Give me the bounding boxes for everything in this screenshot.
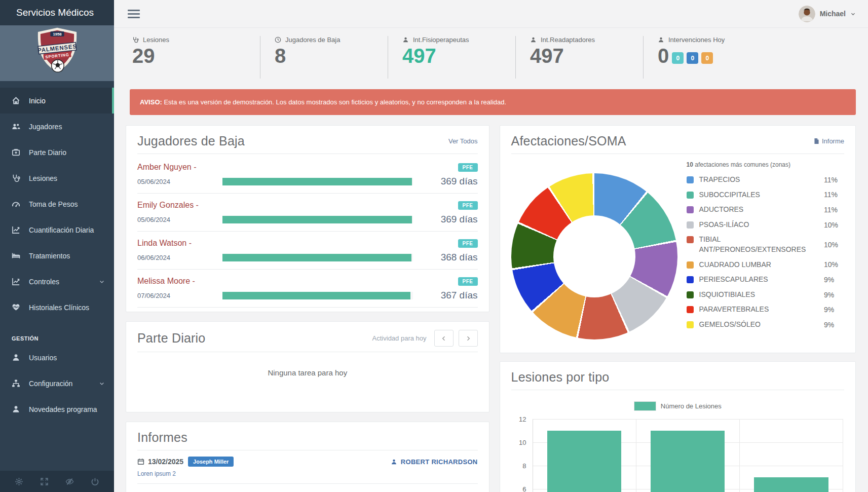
player-name-link[interactable]: Linda Watson -	[137, 239, 192, 248]
sidebar-item-inicio[interactable]: Inicio	[0, 88, 114, 113]
user-name: Michael	[820, 10, 846, 18]
heartbeat-icon	[12, 303, 20, 312]
sidebar-item-label: Parte Diario	[29, 148, 66, 157]
y-tick-label: 12	[519, 415, 526, 423]
settings-icon[interactable]	[15, 477, 23, 486]
count-badge: 0	[687, 52, 698, 64]
count-badge: 0	[672, 52, 684, 64]
ver-todos-link[interactable]: Ver Todos	[448, 137, 478, 145]
sitemap-icon	[12, 379, 20, 388]
legend-row: CUADRADO LUMBAR10%	[687, 257, 844, 273]
legend-label: ADUCTORES	[699, 205, 818, 215]
player-row: Amber Nguyen -PFE05/06/2024369 días	[137, 156, 478, 194]
sidebar-item-label: Jugadores	[29, 123, 62, 131]
main-area: Michael Lesiones29Jugadores de Baja8Int.…	[114, 0, 868, 492]
bar	[547, 431, 621, 492]
legend-label: PARAVERTEBRALES	[699, 305, 818, 315]
sidebar-item-controles[interactable]: Controles	[0, 269, 114, 294]
chevron-right-icon	[465, 335, 471, 342]
user-icon	[12, 405, 20, 413]
legend-swatch	[687, 236, 694, 243]
svg-text:1958: 1958	[53, 32, 62, 36]
legend-row: ISQUIOTIBIALES9%	[687, 287, 844, 302]
legend-swatch	[687, 221, 694, 229]
panel-informes: Informes 13/02/2025 Joseph Miller	[126, 422, 489, 492]
next-day-button[interactable]	[459, 330, 478, 347]
legend-percent: 9%	[824, 321, 844, 329]
stat-value: 497	[402, 44, 436, 68]
stat-label: Int.Readaptadores	[541, 36, 595, 44]
users-icon	[12, 122, 20, 131]
club-crest-image: 1958 PALMENSES SPORTING	[27, 26, 87, 81]
chart-line-icon	[12, 225, 20, 234]
menu-toggle-icon[interactable]	[128, 8, 140, 20]
power-icon[interactable]	[91, 477, 99, 486]
injury-date: 06/06/2024	[137, 254, 222, 261]
progress-bar	[222, 292, 413, 299]
sidebar-item-novedades-programa[interactable]: Novedades programa	[0, 396, 114, 422]
panel-jugadores-de-baja: Jugadores de Baja Ver Todos Amber Nguyen…	[126, 125, 489, 312]
sidebar-item-tratamientos[interactable]: Tratamientos	[0, 243, 114, 269]
legend-swatch	[687, 276, 694, 283]
legend-swatch	[634, 401, 656, 411]
y-tick-label: 6	[522, 485, 526, 492]
bar-chart: Número de Lesiones 121086420	[500, 390, 855, 492]
sidebar-item-configuracion[interactable]: Configuración	[0, 370, 114, 396]
stat-value: 497	[530, 44, 564, 68]
report-signer: ROBERT RICHARDSON	[391, 458, 478, 466]
panel-title: Jugadores de Baja	[137, 134, 245, 148]
user-icon	[12, 353, 20, 362]
legend-label: TRAPECIOS	[699, 175, 818, 185]
stat-jugadores-de-baja: Jugadores de Baja8	[260, 36, 388, 79]
legend-percent: 10%	[824, 241, 844, 249]
legend-percent: 9%	[824, 306, 844, 314]
bar	[651, 431, 725, 492]
prev-day-button[interactable]	[434, 330, 454, 347]
player-name-link[interactable]: Amber Nguyen -	[137, 163, 197, 172]
donut-legend: 10 afectaciones más comunes (zonas) TRAP…	[687, 160, 844, 339]
sidebar-item-jugadores[interactable]: Jugadores	[0, 113, 114, 139]
fullscreen-icon[interactable]	[40, 477, 49, 486]
legend-label: PERIESCAPULARES	[699, 275, 818, 285]
sidebar-item-parte-diario[interactable]: Parte Diario	[0, 139, 114, 165]
sidebar-item-usuarios[interactable]: Usuarios	[0, 345, 114, 370]
legend-percent: 10%	[824, 221, 844, 229]
days-count: 368 días	[413, 252, 478, 263]
sidebar-item-label: Tratamientos	[29, 252, 70, 260]
divider	[137, 483, 478, 484]
sidebar-item-lesiones[interactable]: Lesiones	[0, 165, 114, 191]
calendar-icon	[137, 458, 144, 465]
sidebar-item-label: Usuarios	[29, 354, 57, 362]
legend-percent: 11%	[824, 206, 844, 214]
player-row: Linda Watson -PFE06/06/2024368 días	[137, 232, 478, 270]
informe-link[interactable]: Informe	[813, 137, 844, 145]
sidebar-item-cuantificacion-diaria[interactable]: Cuantificación Diaria	[0, 217, 114, 243]
y-tick-label: 8	[522, 462, 526, 470]
sidebar-item-label: Historiales Clínicos	[29, 304, 89, 312]
stat-label: Lesiones	[143, 36, 169, 44]
y-tick-label: 10	[519, 439, 526, 446]
progress-bar	[222, 178, 413, 185]
stat-lesiones: Lesiones29	[132, 36, 260, 79]
legend-label: PSOAS-ILÍACO	[699, 220, 818, 230]
report-title-link[interactable]: Loren ipsum 2	[137, 470, 478, 477]
legend-row: PARAVERTEBRALES9%	[687, 302, 844, 317]
demo-notice: AVISO: Esta es una versión de demostraci…	[130, 89, 856, 115]
sidebar-item-historiales-clinicos[interactable]: Historiales Clínicos	[0, 294, 114, 320]
bar-column	[636, 419, 740, 492]
player-row: Melissa Moore -PFE07/06/2024367 días	[137, 270, 478, 308]
legend-swatch	[687, 176, 694, 183]
legend-percent: 11%	[824, 176, 844, 184]
hide-icon[interactable]	[65, 477, 74, 486]
chart-line-icon	[12, 277, 20, 286]
sidebar-item-toma-de-pesos[interactable]: Toma de Pesos	[0, 191, 114, 217]
player-row: Emily Gonzales -PFE05/06/2024369 días	[137, 194, 478, 232]
user-menu[interactable]: Michael	[799, 6, 856, 22]
legend-percent: 10%	[824, 260, 844, 269]
page-content: AVISO: Esta es una versión de demostraci…	[114, 81, 868, 492]
sidebar-footer	[0, 471, 114, 492]
legend-title: 10 afectaciones más comunes (zonas)	[687, 161, 844, 168]
player-name-link[interactable]: Emily Gonzales -	[137, 201, 199, 210]
player-name-link[interactable]: Melissa Moore -	[137, 277, 195, 286]
days-count: 369 días	[413, 214, 478, 225]
